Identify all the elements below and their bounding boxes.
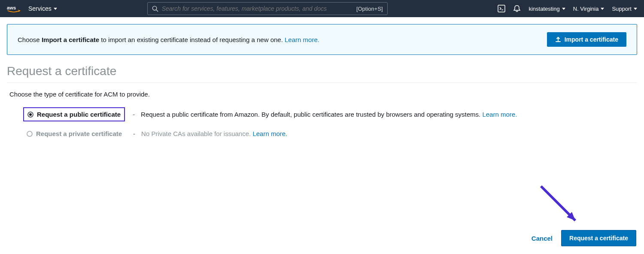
option-public-learn-more-link[interactable]: Learn more. [482,111,517,118]
banner-strong: Import a certificate [42,36,99,43]
option-public-description: Request a public certificate from Amazon… [141,111,517,118]
search-input[interactable] [162,5,356,12]
option-dash: - [133,111,135,118]
option-private-learn-more-link[interactable]: Learn more. [252,130,287,137]
import-info-banner: Choose Import a certificate to import an… [7,24,637,55]
services-label: Services [28,5,52,12]
search-container: [Option+S] [147,2,388,15]
account-menu[interactable]: kinstatesting [529,6,565,12]
caret-down-icon [634,8,637,10]
page-title: Request a certificate [7,62,637,83]
region-label: N. Virginia [573,6,599,12]
region-menu[interactable]: N. Virginia [573,6,605,12]
option-private-label: Request a private certificate [36,130,122,137]
search-box[interactable]: [Option+S] [147,2,388,15]
option-private-row: Request a private certificate - No Priva… [23,127,637,140]
account-label: kinstatesting [529,6,559,12]
option-public-radio[interactable]: Request a public certificate [23,107,125,121]
cloudshell-icon[interactable] [498,5,505,12]
upload-icon [555,36,561,42]
caret-down-icon [601,8,604,10]
svg-line-2 [156,9,158,11]
aws-logo[interactable]: aws [7,4,21,13]
radio-unchecked-icon [27,131,33,137]
option-dash: - [133,130,135,137]
option-public-row: Request a public certificate - Request a… [23,107,637,121]
banner-learn-more-link[interactable]: Learn more. [285,36,319,43]
search-icon [152,6,158,12]
main-content: Choose Import a certificate to import an… [0,17,644,153]
caret-down-icon [54,8,57,10]
support-menu[interactable]: Support [612,6,637,12]
import-certificate-button[interactable]: Import a certificate [547,32,626,47]
import-button-label: Import a certificate [565,36,618,43]
aws-header: aws Services [Option+S] kinstatesting N.… [0,0,644,17]
option-public-label: Request a public certificate [37,111,121,118]
banner-suffix: to import an existing certificate instea… [99,36,285,43]
banner-prefix: Choose [18,36,42,43]
services-menu[interactable]: Services [28,5,57,12]
page-subtitle: Choose the type of certificate for ACM t… [9,91,637,98]
bell-icon[interactable] [513,5,521,12]
svg-point-1 [152,6,156,10]
option-private-radio[interactable]: Request a private certificate [23,127,125,140]
certificate-type-options: Request a public certificate - Request a… [7,107,637,140]
caret-down-icon [562,8,565,10]
support-label: Support [612,6,632,12]
radio-checked-icon [27,112,33,118]
search-shortcut: [Option+S] [356,6,383,12]
header-right: kinstatesting N. Virginia Support [498,5,637,12]
banner-text: Choose Import a certificate to import an… [18,36,538,43]
option-private-description: No Private CAs available for issuance. L… [141,130,287,137]
svg-text:aws: aws [7,5,16,10]
